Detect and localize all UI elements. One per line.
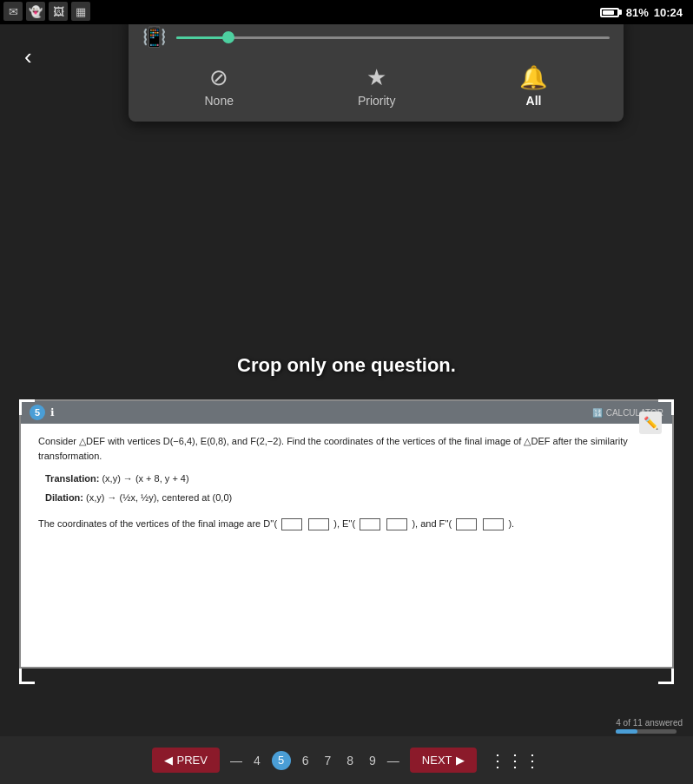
answer-mid1: ), E''( — [333, 518, 355, 529]
next-label: NEXT — [422, 754, 452, 767]
status-icons: 81% 10:24 — [600, 6, 683, 19]
ellipsis-right: — — [387, 754, 399, 768]
image-icon: 🖼 — [49, 2, 68, 21]
crop-instruction: Crop only one question. — [0, 354, 693, 377]
corner-handle-tr[interactable] — [658, 399, 674, 415]
slider-thumb[interactable] — [222, 31, 234, 43]
all-label: All — [526, 94, 542, 108]
corner-handle-br[interactable] — [658, 669, 674, 684]
translation-line: Translation: (x,y) → (x + 8, y + 4) — [45, 471, 655, 486]
answer-mid2: ), and F''( — [412, 518, 452, 529]
ellipsis-left: — — [230, 754, 242, 768]
page-8[interactable]: 8 — [342, 752, 358, 769]
email-icon: ✉ — [3, 2, 23, 21]
progress-bar — [616, 729, 676, 734]
progress-fill — [616, 729, 637, 734]
top-left-notification-icons: ✉ 👻 🖼 ▦ — [3, 2, 90, 21]
bottom-nav: ◀ PREV — 4 5 6 7 8 9 — NEXT ▶ ⋮⋮⋮ — [0, 736, 693, 784]
page-7[interactable]: 7 — [320, 752, 335, 769]
slider-fill — [176, 36, 228, 39]
snap-icon: 👻 — [26, 2, 45, 21]
answer-box-f2[interactable] — [483, 518, 504, 530]
vibrate-icon: 📳 — [142, 26, 166, 49]
document-frame: 5 ℹ 🔢 CALCULATOR ✏️ Consider △DEF with v… — [19, 399, 674, 669]
dots-icon[interactable]: ⋮⋮⋮ — [489, 750, 541, 771]
notification-options: ⊘ None ★ Priority 🔔 All — [142, 66, 610, 108]
page-numbers: — 4 5 6 7 8 9 — — [230, 751, 399, 770]
answer-box-f1[interactable] — [456, 518, 477, 530]
calculator-icon: 🔢 — [592, 408, 603, 418]
vibration-row: 📳 — [142, 26, 610, 49]
answer-row: The coordinates of the vertices of the f… — [38, 517, 655, 531]
answer-prefix: The coordinates of the vertices of the f… — [38, 518, 277, 529]
status-bar: ✉ 👻 🖼 ▦ 81% 10:24 — [0, 0, 693, 24]
doc-content: Consider △DEF with vertices D(−6,4), E(0… — [21, 424, 672, 542]
priority-icon: ★ — [366, 66, 386, 89]
dilation-label: Dilation: — [45, 492, 83, 503]
volume-slider[interactable] — [176, 36, 610, 39]
pencil-icon: ✏️ — [644, 416, 658, 430]
back-button[interactable]: ‹ — [24, 43, 32, 70]
math-block: Translation: (x,y) → (x + 8, y + 4) Dila… — [38, 471, 655, 504]
answer-box-d1[interactable] — [281, 518, 302, 530]
app-icon: ▦ — [71, 2, 90, 21]
answered-info: 4 of 11 answered — [616, 718, 683, 734]
battery-percentage: 81% — [626, 6, 649, 19]
notif-option-priority[interactable]: ★ Priority — [358, 66, 396, 108]
answered-text: 4 of 11 answered — [616, 718, 683, 728]
prev-arrow-icon: ◀ — [164, 754, 173, 767]
none-label: None — [204, 94, 233, 108]
translation-formula: (x,y) → (x + 8, y + 4) — [102, 473, 188, 484]
answer-suffix: ). — [508, 518, 514, 529]
question-text: Consider △DEF with vertices D(−6,4), E(0… — [38, 434, 655, 463]
notif-option-all[interactable]: 🔔 All — [519, 66, 547, 108]
answer-box-d2[interactable] — [308, 518, 329, 530]
dilation-line: Dilation: (x,y) → (½x, ½y), centered at … — [45, 491, 655, 505]
clock: 10:24 — [654, 6, 683, 19]
notification-panel: 📳 ⊘ None ★ Priority 🔔 All — [129, 16, 624, 122]
prev-label: PREV — [176, 754, 207, 767]
all-icon: 🔔 — [519, 66, 547, 89]
page-9[interactable]: 9 — [365, 752, 380, 769]
next-button[interactable]: NEXT ▶ — [410, 748, 477, 773]
dilation-formula: (x,y) → (½x, ½y), centered at (0,0) — [86, 492, 232, 503]
priority-label: Priority — [358, 94, 396, 108]
prev-button[interactable]: ◀ PREV — [152, 748, 219, 773]
corner-handle-bl[interactable] — [19, 669, 35, 684]
doc-header: 5 ℹ 🔢 CALCULATOR — [21, 401, 672, 424]
translation-label: Translation: — [45, 473, 99, 484]
battery-icon — [600, 8, 619, 17]
notif-option-none[interactable]: ⊘ None — [204, 66, 233, 108]
next-arrow-icon: ▶ — [456, 754, 465, 767]
corner-handle-tl[interactable] — [19, 399, 35, 415]
answer-box-e1[interactable] — [360, 518, 380, 530]
page-6[interactable]: 6 — [298, 752, 314, 769]
none-icon: ⊘ — [209, 66, 228, 89]
page-5-active[interactable]: 5 — [272, 751, 291, 770]
header-info-icon: ℹ — [50, 406, 55, 418]
answer-box-e2[interactable] — [386, 518, 407, 530]
page-4[interactable]: 4 — [249, 752, 265, 769]
